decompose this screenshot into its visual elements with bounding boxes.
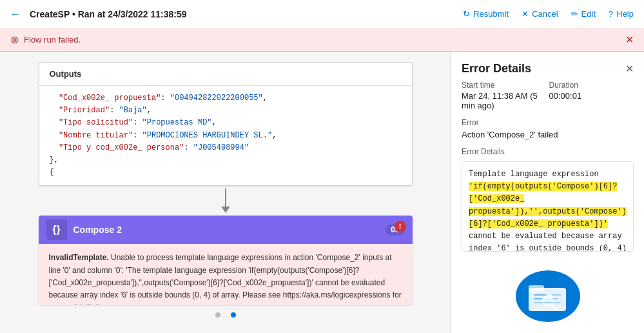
back-button[interactable]: ← <box>10 8 23 20</box>
resubmit-button[interactable]: ↻ Resubmit <box>463 9 509 19</box>
output-line-4: "Nombre titular": "PROMOCIONES HARGUINDE… <box>50 130 402 142</box>
connector-line <box>225 188 226 207</box>
compose-card-title: Compose 2 <box>73 225 386 235</box>
edit-icon: ✏ <box>571 9 578 19</box>
duration-label: Duration <box>549 81 634 90</box>
edit-button[interactable]: ✏ Edit <box>571 9 596 19</box>
bottom-indicator <box>210 307 241 323</box>
error-details-highlighted: 'if(empty(outputs('Compose')[6]?['Cod_x0… <box>469 182 627 228</box>
flow-canvas: Outputs "Cod_x002e_ propuesta": "0049428… <box>0 52 451 333</box>
duration-value: 00:00:01 <box>549 91 634 101</box>
error-value: Action 'Compose_2' failed <box>462 130 634 139</box>
help-label: Help <box>616 9 634 19</box>
output-open-brace: { <box>50 166 402 179</box>
cancel-label: Cancel <box>532 9 558 19</box>
compose-card-body: InvalidTemplate. Unable to process templ… <box>39 244 413 305</box>
error-section: Error Action 'Compose_2' failed <box>451 118 644 147</box>
svg-rect-4 <box>534 294 547 296</box>
output-card: Outputs "Cod_x002e_ propuesta": "0049428… <box>39 62 413 186</box>
output-line-5: "Tipo y cod_x002e_ persona": "J005408994… <box>50 142 402 154</box>
cancel-icon: ✕ <box>522 9 529 19</box>
arrow-connector <box>221 188 230 213</box>
help-icon: ? <box>609 9 613 19</box>
error-details-scrollbox[interactable]: Template language expression 'if(empty(o… <box>462 161 634 252</box>
compose-card: {} Compose 2 0s ! InvalidTemplate. Unabl… <box>39 216 413 305</box>
pagination-dot-2 <box>231 312 236 318</box>
svg-rect-5 <box>534 298 543 299</box>
output-line-1: "Cod_x002e_ propuesta": "004942822022200… <box>50 92 402 105</box>
duration-section: Duration 00:00:01 <box>549 81 634 110</box>
topbar: ← CreateSP • Ran at 24/3/2022 11:38:59 ↻… <box>0 0 644 28</box>
start-time-section: Start time Mar 24, 11:38 AM (5 min ago) <box>462 81 547 110</box>
compose-error-badge: ! <box>395 221 406 232</box>
resubmit-label: Resubmit <box>473 9 509 19</box>
back-arrow-icon: ← <box>10 8 21 20</box>
folder-illustration <box>451 259 644 333</box>
error-details-label: Error Details <box>462 147 634 156</box>
compose-icon-symbol: {} <box>52 224 60 236</box>
error-banner: ⊗ Flow run failed. ✕ <box>0 28 644 52</box>
svg-rect-7 <box>552 298 558 299</box>
details-grid: Start time Mar 24, 11:38 AM (5 min ago) … <box>451 81 644 118</box>
right-panel-title: Error Details <box>462 62 531 76</box>
error-details-suffix: cannot be evaluated because array index … <box>469 232 627 252</box>
right-panel-header: Error Details ✕ <box>451 52 644 81</box>
folder-svg <box>529 280 567 312</box>
right-panel-close-button[interactable]: ✕ <box>625 63 634 75</box>
page-title: CreateSP • Ran at 24/3/2022 11:38:59 <box>30 9 463 19</box>
error-label: Error <box>462 118 634 127</box>
help-button[interactable]: ? Help <box>609 9 634 19</box>
folder-icon <box>516 270 580 322</box>
error-circle-icon: ⊗ <box>10 34 19 46</box>
invalid-template-bold: InvalidTemplate. <box>49 253 109 262</box>
error-details-prefix: Template language expression <box>469 170 599 179</box>
right-panel: Error Details ✕ Start time Mar 24, 11:38… <box>451 52 644 333</box>
output-line-3: "Tipo solicitud": "Propuestas MD", <box>50 117 402 129</box>
compose-icon: {} <box>46 219 67 240</box>
svg-rect-8 <box>534 302 561 303</box>
error-banner-text: Flow run failed. <box>24 35 620 45</box>
output-line-2: "Prioridad": "Baja", <box>50 105 402 117</box>
svg-rect-6 <box>552 294 561 296</box>
cancel-button[interactable]: ✕ Cancel <box>522 9 558 19</box>
start-time-value: Mar 24, 11:38 AM (5 min ago) <box>462 91 547 110</box>
start-time-label: Start time <box>462 81 547 90</box>
output-card-body[interactable]: "Cod_x002e_ propuesta": "004942822022200… <box>39 86 412 185</box>
svg-rect-1 <box>529 285 544 292</box>
output-card-header: Outputs <box>39 63 412 86</box>
main-content: Outputs "Cod_x002e_ propuesta": "0049428… <box>0 52 644 333</box>
compose-card-header: {} Compose 2 0s ! <box>39 216 413 244</box>
topbar-actions: ↻ Resubmit ✕ Cancel ✏ Edit ? Help <box>463 9 634 19</box>
resubmit-icon: ↻ <box>463 9 470 19</box>
edit-label: Edit <box>581 9 596 19</box>
error-banner-close-button[interactable]: ✕ <box>625 34 634 46</box>
pagination-dot-1 <box>215 312 220 318</box>
error-details-section: Error Details <box>451 147 644 161</box>
output-close-brace: }, <box>50 154 402 166</box>
arrow-head <box>221 207 230 213</box>
